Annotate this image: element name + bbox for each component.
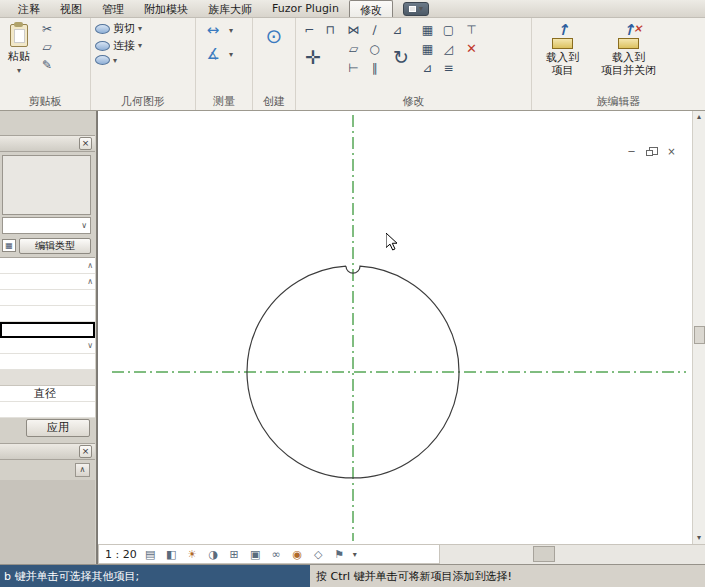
shadows-icon[interactable]: ◑ [206, 548, 221, 561]
scroll-up-icon[interactable]: ▴ [697, 111, 701, 123]
property-row[interactable] [0, 402, 95, 418]
scale-tool-icon[interactable]: ◿ [439, 40, 458, 57]
tab-manage[interactable]: 管理 [92, 0, 134, 17]
sun-path-icon[interactable]: ☀ [185, 548, 200, 561]
tab-modify[interactable]: 修改 [349, 0, 393, 17]
rotate-tool-icon[interactable]: ↻ [388, 40, 414, 74]
reveal-hidden-elements-icon[interactable]: ◉ [290, 548, 305, 561]
scroll-down-icon[interactable]: ▾ [697, 532, 701, 544]
match-type-icon[interactable]: ✎ [38, 57, 56, 73]
move-tool-icon[interactable]: ✛ [300, 40, 326, 74]
split-tool-icon[interactable]: ∥ [365, 59, 384, 76]
pin-tool-icon[interactable]: ⊤ [462, 21, 481, 38]
property-row-selected[interactable] [0, 322, 95, 338]
close-icon[interactable]: × [79, 137, 92, 150]
tab-addins[interactable]: 附加模块 [134, 0, 198, 17]
analysis-display-icon[interactable]: ⚑ [332, 548, 347, 561]
property-row-diameter[interactable]: 直径 [0, 386, 95, 402]
detail-level-icon[interactable]: ▤ [143, 548, 158, 561]
mirror-tool-icon[interactable]: ⋈ [344, 21, 363, 38]
property-row[interactable]: ∨ [0, 338, 95, 354]
apply-button[interactable]: 应用 [26, 419, 90, 437]
view-scale-button[interactable]: 1 : 20 [105, 548, 137, 561]
close-icon[interactable]: × [79, 445, 92, 458]
tab-fuzor-plugin[interactable]: Fuzor Plugin [262, 0, 349, 17]
delete-tool-icon[interactable]: ✕ [462, 40, 481, 57]
chevron-down-icon[interactable]: ▾ [17, 66, 21, 75]
ribbon-panel-family-editor: ↑ 载入到 项目 ↑ × 载入到 项 [532, 18, 705, 110]
tab-family-library-master[interactable]: 族库大师 [198, 0, 262, 17]
trim-tool-icon[interactable]: ⊿ [388, 21, 407, 38]
load-into-project-and-close-button[interactable]: ↑ × 载入到 项目并关闭 [597, 21, 660, 80]
paste-button[interactable]: 粘贴 ▾ [4, 21, 34, 78]
close-icon[interactable]: × [664, 145, 679, 158]
property-group-header[interactable] [0, 370, 95, 386]
restore-icon[interactable] [645, 146, 658, 158]
edit-type-button[interactable]: 编辑类型 [19, 238, 91, 254]
geometry-more-button[interactable]: ▾ [95, 55, 117, 65]
trim-extend-tool-icon[interactable]: ⊿ [418, 59, 437, 76]
chevron-down-icon[interactable]: ▾ [138, 41, 142, 50]
load-into-project-label: 载入到 项目 [546, 51, 579, 77]
cut-geometry-label: 剪切 [113, 21, 135, 36]
type-selector[interactable]: ∨ [2, 217, 91, 234]
properties-palette-titlebar[interactable]: × [0, 135, 95, 152]
draw-mirror-axis-icon[interactable]: ∕ [365, 21, 384, 38]
chevron-down-icon[interactable]: ▾ [229, 50, 233, 59]
extend-tool-icon[interactable]: ⊢ [344, 59, 363, 76]
drawing-canvas[interactable]: ─ × ▴ ▾ 1 : 20 ▤ ◧ ☀ ◑ ⊞ ▣ ∞ [97, 111, 705, 564]
join-geometry-label: 连接 [113, 38, 135, 53]
scroll-up-button[interactable]: ∧ [75, 463, 90, 477]
property-row[interactable] [0, 290, 95, 306]
diameter-parameter-label: 直径 [6, 386, 56, 401]
aligned-dimension-button[interactable]: ↔ ▾ [200, 21, 233, 39]
create-group-button[interactable]: ⊙ [262, 21, 287, 51]
show-crop-region-icon[interactable]: ▣ [248, 548, 263, 561]
tab-view[interactable]: 视图 [50, 0, 92, 17]
chevron-down-icon[interactable]: ▾ [353, 550, 357, 559]
offset-tool-icon[interactable]: ⊓ [321, 21, 340, 38]
copy-to-clipboard-icon[interactable]: ▱ [38, 39, 56, 55]
minimize-icon[interactable]: ─ [624, 145, 639, 158]
array-tool-icon[interactable]: ▦ [418, 21, 437, 38]
chevron-down-icon[interactable]: ▾ [229, 26, 233, 35]
group-tool-icon[interactable]: ○ [365, 40, 384, 57]
scroll-down-icon[interactable]: ∨ [87, 342, 93, 349]
crop-view-icon[interactable]: ⊞ [227, 548, 242, 561]
angular-dimension-icon: ∡ [200, 45, 226, 63]
align-tool-icon[interactable]: ⌐ [300, 21, 319, 38]
join-geometry-button[interactable]: 连接 ▾ [95, 38, 142, 53]
chevron-down-icon[interactable]: ▾ [113, 56, 117, 65]
region-tool-icon[interactable]: ▢ [439, 21, 458, 38]
match-tool-icon[interactable]: ≡ [439, 59, 458, 76]
worksharing-display-icon[interactable]: ◇ [311, 548, 326, 561]
project-browser-titlebar[interactable]: × [0, 443, 95, 460]
property-row[interactable] [0, 306, 95, 322]
view-window-controls: ─ × [624, 145, 679, 158]
visual-style-icon[interactable]: ◧ [164, 548, 179, 561]
cut-to-clipboard-icon[interactable]: ✂ [38, 21, 56, 37]
chevron-down-icon[interactable]: ▾ [138, 24, 142, 33]
angular-dimension-button[interactable]: ∡ ▾ [200, 45, 233, 63]
scroll-up-icon[interactable]: ∧ [87, 278, 93, 285]
tab-annotate[interactable]: 注释 [8, 0, 50, 17]
property-row[interactable]: ∧ [0, 274, 95, 290]
ribbon-display-toggle[interactable]: ▾ [403, 2, 429, 16]
vertical-scrollbar[interactable]: ▴ ▾ [692, 111, 705, 544]
scroll-up-icon[interactable]: ∧ [87, 262, 93, 269]
array-radial-tool-icon[interactable]: ▦ [418, 40, 437, 57]
type-preview-image [2, 155, 91, 215]
close-badge-icon: × [633, 22, 642, 35]
temporary-hide-isolate-icon[interactable]: ∞ [269, 548, 284, 561]
property-row[interactable] [0, 354, 95, 370]
canvas-bottom-bar: 1 : 20 ▤ ◧ ☀ ◑ ⊞ ▣ ∞ ◉ ◇ ⚑ ▾ [98, 544, 705, 564]
copy-tool-icon[interactable]: ▱ [344, 40, 363, 57]
load-into-project-button[interactable]: ↑ 载入到 项目 [542, 21, 583, 80]
horizontal-scrollbar-thumb[interactable] [533, 546, 555, 562]
property-row[interactable]: ∧ [0, 258, 95, 274]
horizontal-scrollbar[interactable] [440, 544, 705, 564]
cut-geometry-button[interactable]: 剪切 ▾ [95, 21, 142, 36]
vertical-scrollbar-thumb[interactable] [694, 326, 705, 344]
workspace: × ∨ ▦ 编辑类型 ∧ ∧ ∨ 直径 应用 [0, 111, 705, 564]
chevron-down-icon: ▾ [419, 5, 423, 13]
